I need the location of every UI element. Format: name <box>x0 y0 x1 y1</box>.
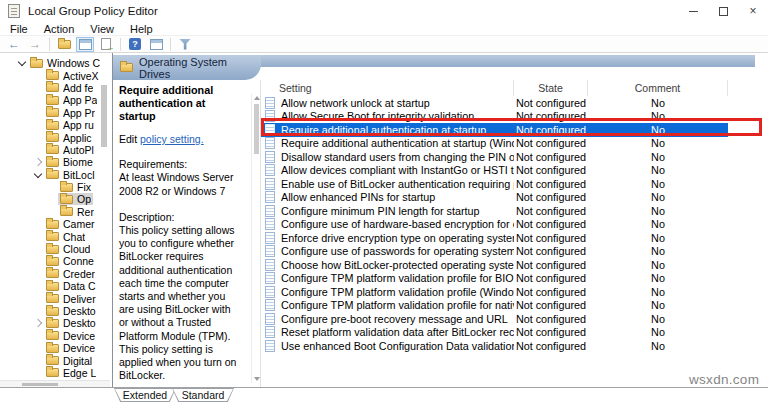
description-scrollbar-thumb[interactable] <box>254 104 259 154</box>
tree-item[interactable]: Deliver <box>0 292 111 304</box>
scroll-up-icon[interactable] <box>254 96 260 100</box>
show-console-tree-button[interactable] <box>76 37 94 52</box>
policy-state: Not configured <box>514 272 588 284</box>
tree-item[interactable]: App ru <box>0 119 111 131</box>
column-header-state[interactable]: State <box>514 80 588 96</box>
tree-item[interactable]: Device <box>0 342 111 354</box>
policy-row[interactable]: Choose how BitLocker-protected operating… <box>261 258 728 272</box>
tab-extended[interactable]: Extended <box>114 388 176 402</box>
tree-item[interactable]: Camer <box>0 218 111 230</box>
policy-setting-label: Allow Secure Boot for integrity validati… <box>281 110 474 122</box>
policy-row[interactable]: Allow devices compliant with InstantGo o… <box>261 164 728 178</box>
chevron-down-icon[interactable] <box>32 169 44 181</box>
requirements-text: At least Windows Server 2008 R2 or Windo… <box>119 171 242 197</box>
policy-row[interactable]: Configure use of hardware-based encrypti… <box>261 218 728 232</box>
chevron-spacer <box>32 231 44 243</box>
policy-row[interactable]: Configure TPM platform validation profil… <box>261 272 728 286</box>
action-pane-button[interactable] <box>147 37 165 52</box>
column-header-comment[interactable]: Comment <box>588 80 728 96</box>
policy-row[interactable]: Configure TPM platform validation profil… <box>261 285 728 299</box>
tree-vertical-scrollbar[interactable] <box>101 85 107 147</box>
close-button[interactable]: × <box>738 0 768 22</box>
policy-setting-label: Configure pre-boot recovery message and … <box>281 313 508 325</box>
policy-setting-label: Configure minimum PIN length for startup <box>281 205 480 217</box>
action-pane-icon <box>150 39 163 50</box>
menu-action[interactable]: Action <box>36 23 83 35</box>
tree-item[interactable]: Edge L <box>0 367 111 379</box>
policy-icon <box>265 340 275 352</box>
maximize-button[interactable] <box>708 0 738 22</box>
policy-icon <box>265 313 275 325</box>
back-button[interactable]: ← <box>5 37 23 52</box>
chevron-down-icon[interactable] <box>16 57 28 69</box>
tree-item[interactable]: Data C <box>0 280 111 292</box>
tree-item[interactable]: Cloud <box>0 243 111 255</box>
policy-row[interactable]: Configure minimum PIN length for startup… <box>261 204 728 218</box>
menu-file[interactable]: File <box>2 23 36 35</box>
tree-item[interactable]: AutoPl <box>0 144 111 156</box>
scroll-down-icon[interactable] <box>254 377 260 381</box>
tree-item[interactable]: Applic <box>0 131 111 143</box>
tree-item[interactable]: Fix <box>0 181 111 193</box>
policy-setting-cell: Disallow standard users from changing th… <box>261 151 514 163</box>
chevron-right-icon[interactable] <box>32 156 44 168</box>
tree-item[interactable]: Op <box>0 193 111 205</box>
policy-comment: No <box>588 326 728 338</box>
tree-item[interactable]: App Pr <box>0 107 111 119</box>
tree-item-content: Conne <box>44 255 96 267</box>
tree-item[interactable]: Deskto <box>0 305 111 317</box>
column-header-setting[interactable]: Setting <box>261 80 514 96</box>
forward-button[interactable]: → <box>26 37 44 52</box>
policy-setting-cell: Configure TPM platform validation profil… <box>261 272 514 284</box>
policy-row[interactable]: Allow network unlock at startupNot confi… <box>261 96 728 110</box>
tree-item[interactable]: Biome <box>0 156 111 168</box>
tree-horizontal-scrollbar[interactable] <box>0 380 110 387</box>
policy-row[interactable]: Configure pre-boot recovery message and … <box>261 312 728 326</box>
menu-help[interactable]: Help <box>122 23 161 35</box>
tree-item[interactable]: Add fe <box>0 82 111 94</box>
policy-setting-cell: Configure TPM platform validation profil… <box>261 286 514 298</box>
tree-item[interactable]: ActiveX <box>0 69 111 81</box>
policy-row[interactable]: Allow Secure Boot for integrity validati… <box>261 110 728 124</box>
policy-row[interactable]: Configure TPM platform validation profil… <box>261 299 728 313</box>
policy-row[interactable]: Require additional authentication at sta… <box>261 123 728 137</box>
tree-item[interactable]: Device <box>0 330 111 342</box>
policy-row[interactable]: Disallow standard users from changing th… <box>261 150 728 164</box>
policy-row[interactable]: Reset platform validation data after Bit… <box>261 326 728 340</box>
minimize-icon <box>689 11 698 12</box>
edit-policy-setting-link[interactable]: policy setting. <box>140 133 204 145</box>
chevron-spacer <box>32 342 44 354</box>
export-list-button[interactable] <box>97 37 115 52</box>
policy-row[interactable]: Require additional authentication at sta… <box>261 137 728 151</box>
tree-item[interactable]: Chat <box>0 230 111 242</box>
up-one-level-button[interactable] <box>55 37 73 52</box>
pane-header-tab: Operating System Drives <box>113 55 261 80</box>
tree-horizontal-scrollbar-thumb[interactable] <box>22 383 58 386</box>
minimize-button[interactable] <box>678 0 708 22</box>
tab-standard[interactable]: Standard <box>172 388 234 402</box>
tree-item[interactable]: Digital <box>0 354 111 366</box>
policy-row[interactable]: Use enhanced Boot Configuration Data val… <box>261 339 728 353</box>
policy-row[interactable]: Enable use of BitLocker authentication r… <box>261 177 728 191</box>
policy-row[interactable]: Enforce drive encryption type on operati… <box>261 231 728 245</box>
filter-button[interactable] <box>176 37 194 52</box>
chevron-spacer <box>32 70 44 82</box>
tree-item[interactable]: Creder <box>0 268 111 280</box>
tree-item[interactable]: Windows C <box>0 57 111 69</box>
help-icon: ? <box>129 38 141 50</box>
help-button[interactable]: ? <box>126 37 144 52</box>
tree-item[interactable]: App Pa <box>0 94 111 106</box>
menu-view[interactable]: View <box>82 23 122 35</box>
description-scrollbar[interactable] <box>251 94 260 383</box>
extended-panel: Require additional authentication at sta… <box>113 80 261 387</box>
policy-row[interactable]: Allow enhanced PINs for startupNot confi… <box>261 191 728 205</box>
tree-item[interactable]: BitLocl <box>0 169 111 181</box>
tree-item-label: App Pa <box>63 94 97 106</box>
tree-item[interactable]: Deskto <box>0 317 111 329</box>
chevron-right-icon[interactable] <box>32 317 44 329</box>
tree-item[interactable]: Conne <box>0 255 111 267</box>
tree-item[interactable]: Rer <box>0 206 111 218</box>
policy-row[interactable]: Configure use of passwords for operating… <box>261 245 728 259</box>
chevron-spacer <box>32 280 44 292</box>
tree-item-label: BitLocl <box>63 169 95 181</box>
